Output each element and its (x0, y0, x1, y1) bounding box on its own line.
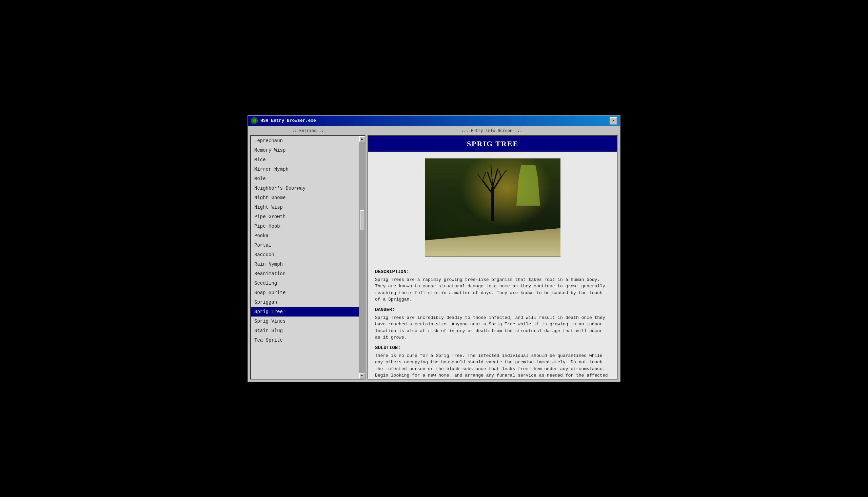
list-item[interactable]: Seedling (251, 279, 359, 288)
app-icon: 🌿 (251, 117, 258, 124)
app-window: 🌿 HSH Entry Browser.exe ✕ :: Entries :: … (248, 115, 620, 382)
info-header: ::: Entry Info Screen ::: (366, 128, 618, 134)
list-item[interactable]: Sprig Tree (251, 307, 359, 316)
list-item[interactable]: Night Wisp (251, 202, 359, 212)
entry-list-panel: LeprechaunMemory WispMiceMirror NymphMol… (250, 136, 366, 380)
window-body: :: Entries :: ::: Entry Info Screen ::: … (248, 126, 620, 382)
list-scrollbar[interactable]: ▲ ▼ (359, 136, 365, 379)
scroll-track (359, 142, 365, 373)
svg-line-6 (477, 174, 483, 181)
description-label: DESCRIPTION: (375, 269, 610, 274)
svg-line-7 (483, 172, 486, 181)
solution-text: There is no cure for a Sprig Tree. The i… (375, 353, 610, 380)
entry-image-container (368, 152, 617, 262)
danger-text: Sprig Trees are incredibly deadly to tho… (375, 314, 610, 341)
list-item[interactable]: Pooka (251, 231, 359, 241)
solution-label: SOLUTION: (375, 345, 610, 351)
list-item[interactable]: Mice (251, 155, 359, 165)
entry-content: DESCRIPTION: Sprig Trees are a rapidly g… (368, 262, 617, 380)
tree-silhouette (472, 160, 513, 221)
list-item[interactable]: Portal (251, 241, 359, 250)
scroll-up-button[interactable]: ▲ (359, 136, 365, 142)
section-headers: :: Entries :: ::: Entry Info Screen ::: (250, 128, 618, 134)
list-item[interactable]: Stair Slug (251, 326, 359, 336)
list-item[interactable]: Pipe Hobb (251, 222, 359, 231)
close-button[interactable]: ✕ (609, 117, 617, 125)
entry-image-inner (425, 158, 560, 257)
svg-line-8 (501, 170, 506, 177)
bed-decoration (425, 216, 560, 257)
svg-line-9 (499, 170, 501, 177)
entry-title-bar: Sprig Tree (368, 136, 617, 152)
list-item[interactable]: Neighbor's Doorway (251, 184, 359, 193)
list-item[interactable]: Memory Wisp (251, 145, 359, 155)
list-item[interactable]: Rain Nymph (251, 259, 359, 269)
list-item[interactable]: Mole (251, 174, 359, 184)
entry-title: Sprig Tree (374, 139, 612, 148)
list-item[interactable]: Sprig Vines (251, 316, 359, 326)
description-text: Sprig Trees are a rapidly growing tree-l… (375, 276, 610, 303)
list-item[interactable]: Mirror Nymph (251, 165, 359, 174)
lamp-decoration (516, 165, 540, 206)
list-item[interactable]: Night Gnome (251, 193, 359, 202)
title-bar-left: 🌿 HSH Entry Browser.exe (251, 117, 316, 124)
main-content: LeprechaunMemory WispMiceMirror NymphMol… (250, 136, 618, 380)
scroll-thumb[interactable] (360, 210, 365, 230)
list-item[interactable]: Soap Sprite (251, 288, 359, 298)
entry-image (425, 158, 560, 257)
title-bar: 🌿 HSH Entry Browser.exe ✕ (248, 116, 620, 126)
entry-list: LeprechaunMemory WispMiceMirror NymphMol… (251, 136, 359, 379)
list-item[interactable]: Raccoon (251, 250, 359, 259)
list-item[interactable]: Reanimation (251, 269, 359, 279)
window-title: HSH Entry Browser.exe (261, 118, 316, 123)
list-item[interactable]: Pipe Growth (251, 212, 359, 222)
scroll-down-button[interactable]: ▼ (359, 373, 365, 379)
list-item[interactable]: Tea Sprite (251, 336, 359, 345)
entries-header: :: Entries :: (250, 128, 366, 134)
danger-label: DANGER: (375, 307, 610, 312)
list-item[interactable]: Leprechaun (251, 136, 359, 145)
list-item[interactable]: Spriggan (251, 298, 359, 307)
entry-info-panel: Sprig Tree (368, 136, 618, 380)
